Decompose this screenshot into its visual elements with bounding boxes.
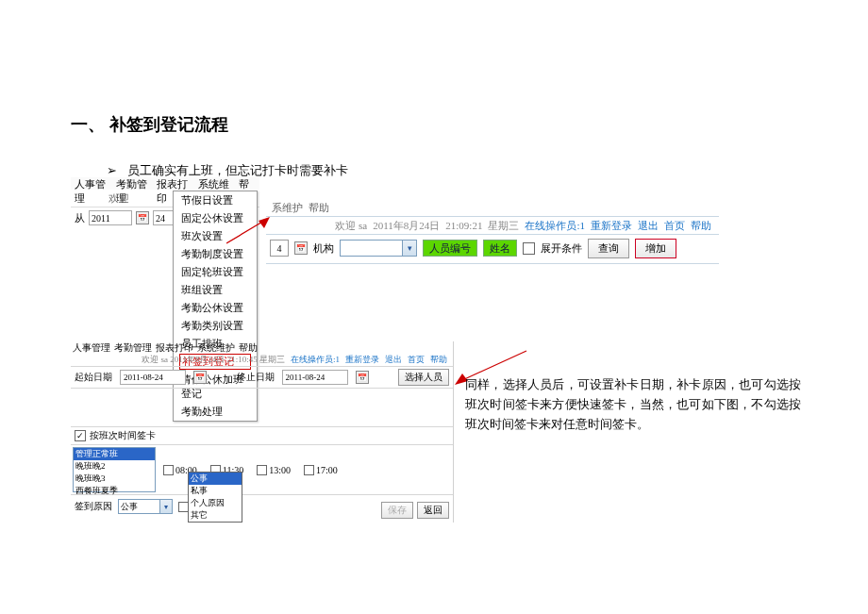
welcome-text: 欢迎	[108, 191, 129, 206]
back-button[interactable]: 返回	[417, 502, 449, 519]
link-logout[interactable]: 退出	[385, 354, 402, 366]
checkline: ✓ 按班次时间签卡	[71, 427, 453, 444]
time-checkbox[interactable]	[257, 465, 267, 475]
link-help[interactable]: 帮助	[691, 219, 711, 233]
weekday-text: 星期三	[488, 219, 519, 233]
option-item[interactable]: 个人原因	[189, 497, 242, 509]
top-links-row: 欢迎 sa 2011年8月24日 21:09:21 星期三 在线操作员:1 重新…	[266, 217, 719, 235]
dropdown-item[interactable]: 考勤制度设置	[174, 245, 257, 263]
menubar: 人事管理 考勤管理 报表打印 系统维护 帮助	[71, 177, 259, 190]
menu-item[interactable]: 报表打印	[156, 341, 193, 354]
spacer	[71, 389, 453, 427]
screenshot-menu-dropdown: 人事管理 考勤管理 报表打印 系统维护 帮助 欢迎 从 2011 📅 24 📅 …	[71, 177, 259, 336]
calendar-icon[interactable]: 📅	[294, 241, 308, 255]
org-label: 机构	[313, 241, 334, 256]
time-checkbox[interactable]	[304, 465, 314, 475]
screenshot-toolbar-zoom: 系维护 帮助 欢迎 sa 2011年8月24日 21:09:21 星期三 在线操…	[266, 199, 719, 264]
filter-toolbar: 4 📅 机构 ▾ 人员编号 姓名 展开条件 查询 增加	[266, 235, 719, 261]
screenshot-form: 人事管理 考勤管理 报表打印 系统维护 帮助 欢迎 sa 2011年8月24日 …	[71, 341, 454, 523]
list-item[interactable]: 晚班晚2	[74, 460, 155, 473]
option-item[interactable]: 私事	[189, 485, 242, 497]
bullet-text: 员工确实有上班，但忘记打卡时需要补卡	[127, 163, 348, 177]
list-item[interactable]: 管理正常班	[74, 448, 155, 460]
reason-label: 签到原因	[75, 500, 112, 513]
dropdown-item[interactable]: 考勤类别设置	[174, 317, 257, 335]
option-item[interactable]: 其它	[189, 509, 242, 522]
reason-select[interactable]: 公事 ▾	[118, 499, 173, 514]
menubar: 人事管理 考勤管理 报表打印 系统维护 帮助	[71, 341, 453, 354]
link-relogin[interactable]: 重新登录	[345, 354, 379, 366]
list-item[interactable]: 晚班晚3	[74, 473, 155, 485]
time-label: 13:00	[269, 465, 291, 475]
heading-title: 补签到登记流程	[109, 115, 228, 134]
menu-item[interactable]: 人事管理	[71, 177, 112, 190]
end-date-label: 终止日期	[237, 371, 275, 384]
welcome-line: 欢迎 sa 2011年8月24日 21:10:45 星期三	[142, 354, 285, 366]
online-ops: 在线操作员:1	[525, 219, 585, 233]
checkbox[interactable]: ✓	[75, 430, 86, 441]
select-person-button[interactable]: 选择人员	[398, 369, 449, 386]
menu-item[interactable]: 人事管理	[73, 341, 110, 354]
shift-listbox[interactable]: 管理正常班 晚班晚2 晚班晚3 西餐班夏季	[73, 447, 156, 492]
menu-item[interactable]: 系统维护	[194, 177, 236, 190]
link-relogin[interactable]: 重新登录	[591, 219, 632, 233]
menu-item[interactable]: 帮助	[239, 341, 258, 354]
calendar-icon[interactable]: 📅	[136, 211, 149, 224]
welcome-user: 欢迎 sa	[335, 219, 367, 233]
chevron-down-icon: ▾	[159, 500, 172, 513]
date-text: 2011年8月24日	[373, 219, 440, 233]
date-line: 起始日期 2011-08-24 📅 终止日期 2011-08-24 📅 选择人员	[71, 367, 453, 389]
time-text: 21:09:21	[445, 220, 482, 231]
paragraph-text: 同样，选择人员后，可设置补卡日期，补卡原因，也可勾选按班次时间签卡来方便快速签卡…	[465, 377, 801, 431]
heading-number: 一、	[71, 115, 105, 134]
link-help[interactable]: 帮助	[430, 354, 447, 366]
lower-pane: 管理正常班 晚班晚2 晚班晚3 西餐班夏季 08:00 11:30 13:00 …	[71, 444, 453, 494]
explanation-paragraph: 同样，选择人员后，可设置补卡日期，补卡原因，也可勾选按班次时间签卡来方便快速签卡…	[465, 375, 801, 434]
list-item[interactable]: 西餐班夏季	[74, 485, 155, 497]
link-home[interactable]: 首页	[664, 219, 685, 233]
name-field[interactable]: 姓名	[483, 240, 517, 257]
reason-options-popup: 公事 私事 个人原因 其它	[188, 472, 242, 523]
menu-item[interactable]: 考勤管理	[114, 341, 152, 354]
dropdown-item[interactable]: 考勤公休设置	[174, 299, 257, 317]
crumb: 帮助	[309, 201, 329, 215]
org-combo[interactable]: ▾	[340, 240, 417, 257]
save-button[interactable]: 保存	[381, 502, 413, 519]
top-links-row: 欢迎 sa 2011年8月24日 21:10:45 星期三 在线操作员:1 重新…	[71, 354, 453, 367]
crumb-row: 系维护 帮助	[266, 199, 719, 217]
calendar-icon[interactable]: 📅	[193, 371, 207, 384]
option-item[interactable]: 公事	[189, 473, 242, 485]
add-button[interactable]: 增加	[635, 239, 676, 258]
footer-buttons: 保存 返回	[381, 502, 449, 519]
number-field[interactable]: 4	[270, 240, 289, 257]
expand-label: 展开条件	[541, 241, 582, 256]
menu-item[interactable]: 系统维护	[197, 341, 235, 354]
time-label: 17:00	[316, 465, 338, 475]
dropdown-item[interactable]: 班组设置	[174, 281, 257, 299]
menu-item[interactable]: 帮助	[235, 177, 259, 190]
link-home[interactable]: 首页	[408, 354, 425, 366]
from-label: 从	[75, 211, 85, 225]
date-field[interactable]: 2011	[89, 210, 132, 225]
online-ops: 在线操作员:1	[291, 354, 340, 366]
reason-value: 公事	[121, 501, 138, 513]
dropdown-item[interactable]: 固定轮班设置	[174, 263, 257, 281]
dropdown-item[interactable]: 固定公休设置	[174, 209, 257, 227]
chevron-down-icon: ▾	[402, 241, 416, 256]
calendar-icon[interactable]: 📅	[356, 371, 369, 384]
end-date-field[interactable]: 2011-08-24	[282, 370, 348, 385]
expand-checkbox[interactable]	[523, 242, 535, 255]
time-checkbox[interactable]	[163, 465, 174, 475]
query-button[interactable]: 查询	[588, 239, 629, 258]
checkline-label: 按班次时间签卡	[90, 429, 156, 442]
crumb: 系维护	[272, 201, 303, 215]
start-date-label: 起始日期	[75, 371, 112, 384]
start-date-field[interactable]: 2011-08-24	[120, 370, 186, 385]
link-logout[interactable]: 退出	[638, 219, 659, 233]
bullet-marker: ➢	[107, 163, 117, 177]
dropdown-item[interactable]: 班次设置	[174, 227, 257, 245]
dropdown-item[interactable]: 节假日设置	[174, 191, 257, 209]
menu-item[interactable]: 报表打印	[153, 177, 194, 190]
staff-no-field[interactable]: 人员编号	[423, 240, 477, 257]
menu-item[interactable]: 考勤管理	[112, 177, 154, 190]
